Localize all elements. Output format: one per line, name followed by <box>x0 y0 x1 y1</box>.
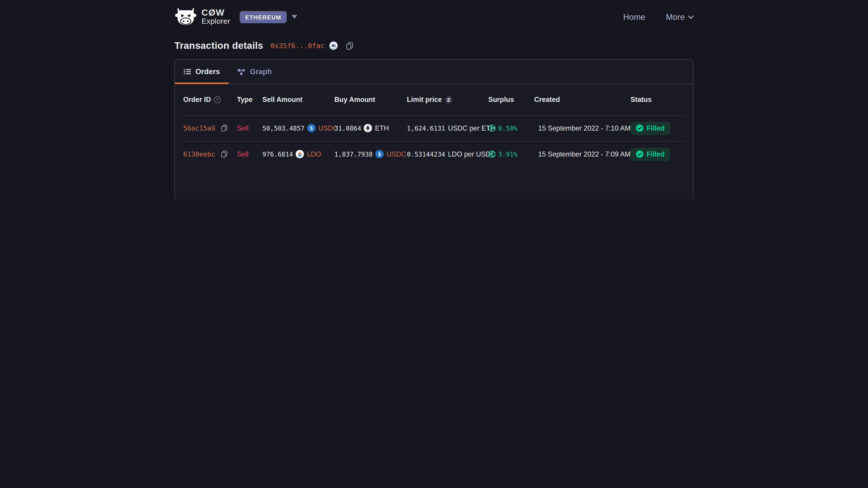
buy-amount-value: 31.0864 <box>334 124 361 132</box>
created-cell: 15 September 2022 - 7:09 AM <box>534 150 630 158</box>
col-limit-price: Limit price <box>407 95 488 104</box>
arrow-up-circle-icon <box>488 125 495 132</box>
status-cell: Filled <box>630 148 685 161</box>
nav-more-link[interactable]: More <box>666 12 694 22</box>
top-header: CØW Explorer ETHEREUM Home More <box>174 0 693 26</box>
buy-token-link[interactable]: USDC <box>386 150 406 158</box>
status-label: Filled <box>647 124 664 132</box>
sell-amount-cell: 976.6814 <box>262 150 334 158</box>
limit-price-cell: 0.53144234 LDO per USDC <box>407 150 488 158</box>
sell-amount-cell: 50,503.4857 $ USDC <box>262 124 334 132</box>
clock-icon <box>534 150 535 158</box>
buy-amount-cell: 31.0864 ETH <box>334 124 407 132</box>
graph-icon <box>238 68 245 75</box>
check-circle-icon <box>636 151 643 158</box>
sell-amount-value: 976.6814 <box>262 150 293 158</box>
table-row: 6130eebc Sell 976.6814 <box>175 141 693 167</box>
network-selector-badge[interactable]: ETHEREUM <box>240 11 287 23</box>
eth-icon <box>364 124 372 132</box>
brand-subtitle: Explorer <box>202 18 230 26</box>
tab-bar: Orders Graph <box>175 60 693 84</box>
created-value: 15 September 2022 - 7:10 AM <box>538 124 630 132</box>
tab-graph[interactable]: Graph <box>229 60 281 84</box>
ldo-icon <box>296 150 304 158</box>
chevron-down-icon <box>688 15 693 19</box>
tab-graph-label: Graph <box>250 68 272 76</box>
col-status: Status <box>630 96 685 103</box>
usdc-icon: $ <box>307 124 316 132</box>
col-order-id-label: Order ID <box>183 96 211 103</box>
tab-orders[interactable]: Orders <box>175 60 229 84</box>
col-sell-amount: Sell Amount <box>262 96 334 103</box>
surplus-cell: 0.58% <box>488 124 534 132</box>
order-id-cell: 56ac15a9 <box>183 124 237 132</box>
order-id-link[interactable]: 56ac15a9 <box>183 124 215 132</box>
order-id-cell: 6130eebc <box>183 150 237 158</box>
help-icon[interactable]: ? <box>214 96 221 103</box>
tx-hash-link[interactable]: 0x35f6...0fac <box>270 41 324 50</box>
status-badge: Filled <box>630 148 670 161</box>
swap-price-icon[interactable] <box>445 95 453 104</box>
nav-home-link[interactable]: Home <box>623 12 645 22</box>
copy-order-id-icon[interactable] <box>221 125 227 132</box>
surplus-cell: 3.91% <box>488 150 534 158</box>
order-id-link[interactable]: 6130eebc <box>183 150 215 158</box>
created-cell: 15 September 2022 - 7:10 AM <box>534 124 630 132</box>
tx-hash-wrap: 0x35f6...0fac <box>270 41 353 50</box>
sell-token-link[interactable]: LDO <box>307 150 321 158</box>
limit-price-cell: 1,624.6131 USDC per ETH <box>407 124 488 132</box>
col-surplus: Surplus <box>488 96 534 103</box>
network-caret-icon[interactable] <box>292 15 297 19</box>
svg-text:$: $ <box>378 151 381 157</box>
col-buy-amount: Buy Amount <box>334 96 407 103</box>
orders-card: Orders Graph Order ID ? Ty <box>174 59 693 199</box>
svg-text:$: $ <box>310 125 313 131</box>
tab-orders-label: Orders <box>195 68 220 76</box>
table-header-row: Order ID ? Type Sell Amount Buy Amount L… <box>175 84 693 115</box>
surplus-value: 3.91% <box>498 150 518 158</box>
page-title: Transaction details <box>174 40 263 51</box>
status-label: Filled <box>647 150 664 158</box>
title-row: Transaction details 0x35f6...0fac <box>174 40 693 51</box>
buy-amount-cell: 1,837.7938 $ USDC <box>334 150 407 158</box>
nav-more-label: More <box>666 12 685 22</box>
copy-order-id-icon[interactable] <box>221 151 227 158</box>
surplus-value: 0.58% <box>498 124 518 132</box>
limit-price-value: 1,624.6131 <box>407 124 445 132</box>
buy-amount-value: 1,837.7938 <box>334 150 373 158</box>
clock-icon <box>534 124 535 132</box>
status-badge: Filled <box>630 122 670 135</box>
brand-wordmark: CØW Explorer <box>202 8 230 26</box>
order-type: Sell <box>237 124 262 132</box>
buy-token-label: ETH <box>375 124 389 132</box>
col-limit-price-label: Limit price <box>407 96 442 103</box>
list-icon <box>184 69 191 75</box>
status-cell: Filled <box>630 122 685 135</box>
check-circle-icon <box>636 125 643 132</box>
etherscan-icon[interactable] <box>330 41 338 50</box>
main-nav: Home More <box>623 12 694 22</box>
app-root: CØW Explorer ETHEREUM Home More Transact… <box>0 0 868 199</box>
col-order-id: Order ID ? <box>183 96 237 103</box>
copy-tx-hash-icon[interactable] <box>346 42 353 50</box>
cow-logo-icon <box>174 8 197 26</box>
col-created: Created <box>534 96 630 103</box>
col-type: Type <box>237 96 262 103</box>
svg-text:?: ? <box>216 97 219 102</box>
table-row: 56ac15a9 Sell 50,503.4857 $ USDC <box>175 115 693 141</box>
created-value: 15 September 2022 - 7:09 AM <box>538 150 630 158</box>
usdc-icon: $ <box>375 150 384 158</box>
limit-price-value: 0.53144234 <box>407 150 445 158</box>
brand-title: CØW <box>202 8 230 18</box>
sell-amount-value: 50,503.4857 <box>262 124 305 132</box>
arrow-up-circle-icon <box>488 151 495 158</box>
brand[interactable]: CØW Explorer ETHEREUM <box>174 8 297 26</box>
order-type: Sell <box>237 150 262 158</box>
